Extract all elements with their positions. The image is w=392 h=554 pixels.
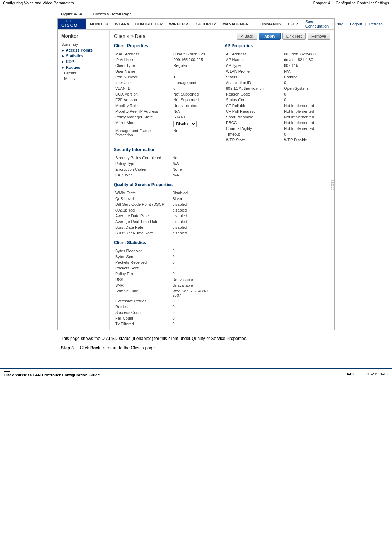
prop-label: Packets Sent	[114, 265, 171, 271]
breadcrumb: Clients > Detail	[114, 33, 148, 39]
action-buttons: < Back Apply Link Test Remove	[237, 33, 330, 40]
ap-properties-table: AP Address00:0b:85:82:b4:80 AP Namedevec…	[224, 51, 330, 143]
sidebar-item-cdp[interactable]: ► CDP	[58, 59, 109, 64]
table-row: Encryption CipherNone	[114, 166, 218, 172]
prop-value: disabled	[171, 219, 217, 224]
chapter-bar: Configuring Voice and Video Parameters C…	[0, 0, 392, 6]
logout-link[interactable]: Logout	[350, 22, 362, 26]
prop-label: Interface	[114, 80, 172, 86]
client-stats-header: Client Statistics	[114, 240, 330, 246]
nav-management[interactable]: MANAGEMENT	[222, 22, 251, 26]
prop-value: Not Implemented	[282, 103, 330, 108]
prop-label: Channel Agility	[224, 126, 282, 131]
nav-wireless[interactable]: WIRELESS	[169, 22, 189, 26]
table-row: AP Type802.11b	[224, 63, 330, 68]
figure-caption: Figure 4-34 Clients > Detail Page	[0, 6, 392, 18]
prop-label: Mirror Mode	[114, 120, 172, 128]
prop-value: No	[172, 128, 219, 138]
sidebar-item-rogues[interactable]: ► Rogues	[58, 64, 109, 70]
nav-separator-3: |	[365, 22, 366, 26]
qos-properties-section: Quality of Service Properties WMM StateD…	[114, 182, 330, 236]
nav-separator-1: |	[331, 22, 333, 26]
nav-security[interactable]: SECURITY	[196, 22, 216, 26]
table-row: QoS LevelSilver	[114, 196, 218, 201]
link-test-button[interactable]: Link Test	[282, 33, 306, 40]
table-row: RSSIUnavailable	[114, 277, 218, 282]
table-row: CCX VersionNot Supported	[114, 91, 219, 97]
table-row: WEP StateWEP Disable	[224, 137, 330, 143]
prop-value: 0	[171, 265, 217, 271]
sidebar-item-multicast[interactable]: Multicast	[58, 76, 109, 82]
back-button[interactable]: < Back	[237, 33, 257, 40]
cisco-brand: CISCO	[61, 23, 78, 28]
mirror-mode-select[interactable]: Disable Enable	[173, 121, 197, 127]
nav-monitor[interactable]: MONITOR	[90, 22, 108, 26]
table-row: Average Data Ratedisabled	[114, 213, 218, 219]
prop-value: 0	[171, 298, 217, 304]
refresh-link[interactable]: Refresh	[369, 22, 383, 26]
prop-label: Tx Filtered	[114, 321, 171, 327]
prop-label: 802.1p Tag	[114, 207, 171, 213]
prop-value: management	[172, 80, 219, 86]
prop-value: Unassociated	[172, 103, 219, 108]
sidebar: Monitor Summary ► Access Points ► Statis…	[58, 30, 110, 330]
prop-label: Port Number	[114, 74, 172, 80]
prop-label: Reason Code	[224, 91, 282, 97]
prop-value: Wed Sep 5 12:48:41 2007	[171, 288, 217, 298]
nav-wlans[interactable]: WLANs	[115, 22, 129, 26]
apply-button[interactable]: Apply	[259, 33, 281, 40]
prop-value: disabled	[171, 213, 217, 219]
table-row: Packets Received0	[114, 259, 218, 265]
prop-label: SNR	[114, 282, 171, 288]
prop-label: CF Pollable	[224, 103, 282, 108]
nav-help[interactable]: HELP	[287, 22, 298, 26]
nav-commands[interactable]: COMMANDS	[257, 22, 281, 26]
prop-label: Status	[224, 74, 282, 80]
qos-table: WMM StateDisabled QoS LevelSilver Diff S…	[114, 190, 218, 236]
figure-label: Figure 4-34	[61, 12, 82, 16]
content-area: Clients > Detail < Back Apply Link Test …	[110, 30, 334, 330]
table-row: Success Count0	[114, 310, 218, 315]
prop-label: PBCC	[224, 120, 282, 126]
table-row: Reason Code0	[224, 91, 330, 97]
prop-value: 0	[171, 254, 217, 259]
sidebar-item-clients[interactable]: Clients	[58, 70, 109, 76]
prop-label: IP Address	[114, 57, 172, 63]
prop-label: WLAN Profile	[224, 68, 282, 74]
arrow-icon-cdp: ►	[61, 60, 65, 64]
client-properties-header: Client Properties	[114, 43, 219, 49]
table-row: Diff Serv Code Point (DSCP)disabled	[114, 201, 218, 207]
table-row: WMM StateDisabled	[114, 190, 218, 196]
table-row: Timeout0	[224, 131, 330, 137]
prop-label: CF Poll Request	[224, 108, 282, 114]
prop-label: Average Real-Time Rate	[114, 219, 171, 224]
nav-controller[interactable]: CONTROLLER	[135, 22, 163, 26]
table-row: Short PreambleNot Implemented	[224, 114, 330, 120]
section-label: Configuring Voice and Video Parameters	[3, 1, 74, 5]
client-properties-section: Client Properties MAC Address00:40:96:a0…	[114, 43, 219, 143]
sidebar-item-summary[interactable]: Summary	[58, 42, 109, 47]
client-properties-table: MAC Address00:40:96:a0:b5:29 IP Address2…	[114, 51, 219, 138]
prop-value: Not Supported	[172, 97, 219, 103]
prop-label: Average Data Rate	[114, 213, 171, 219]
footer-doc-id: OL-21524-02	[365, 372, 388, 376]
nav-right-links: Save Configuration | Ping | Logout | Ref…	[302, 19, 386, 29]
save-config-link[interactable]: Save Configuration	[305, 20, 329, 28]
arrow-icon-ap: ►	[61, 48, 65, 52]
prop-value	[172, 68, 219, 74]
watermark: 212215	[331, 180, 334, 190]
prop-value: N/A	[171, 161, 217, 166]
footer-right: 4-82 OL-21524-02	[347, 372, 388, 376]
sidebar-item-statistics[interactable]: ► Statistics	[58, 53, 109, 59]
sidebar-item-access-points[interactable]: ► Access Points	[58, 47, 109, 53]
prop-label: AP Name	[224, 57, 282, 63]
footer-icon	[4, 371, 10, 372]
nav-links: MONITOR WLANs CONTROLLER WIRELESS SECURI…	[86, 19, 302, 29]
table-row: Fail Count0	[114, 315, 218, 321]
nav-separator-2: |	[346, 22, 347, 26]
prop-value: Unavailable	[171, 277, 217, 282]
footer-left: Cisco Wireless LAN Controller Configurat…	[4, 371, 100, 378]
ping-link[interactable]: Ping	[335, 22, 343, 26]
remove-button[interactable]: Remove	[308, 33, 330, 40]
prop-value: disabled	[171, 207, 217, 213]
